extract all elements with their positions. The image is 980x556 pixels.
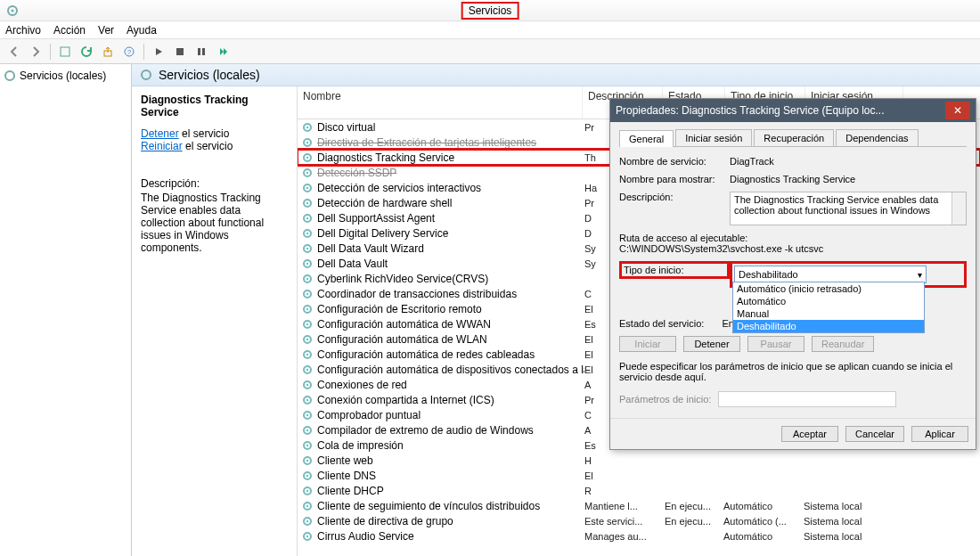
gear-icon: [301, 394, 314, 406]
export-icon[interactable]: [99, 43, 117, 61]
start-type-dropdown[interactable]: Automático (inicio retrasado) Automático…: [732, 282, 925, 333]
gear-icon: [301, 182, 314, 194]
refresh-icon[interactable]: [78, 43, 95, 61]
svg-point-1: [12, 9, 14, 12]
menu-action[interactable]: Acción: [53, 24, 86, 37]
gear-icon: [301, 227, 314, 240]
col-name[interactable]: Nombre: [298, 86, 583, 119]
svg-point-14: [306, 141, 308, 143]
service-name: Detección de hardware shell: [317, 197, 584, 209]
svg-point-60: [306, 489, 308, 491]
menu-file[interactable]: Archivo: [5, 24, 41, 37]
start-type-label: Tipo de inicio:: [619, 261, 730, 279]
btn-ok[interactable]: Aceptar: [781, 426, 838, 442]
service-name: Diagnostics Tracking Service: [317, 151, 584, 164]
service-name: Cliente de directiva de grupo: [317, 515, 584, 527]
gear-icon: [301, 151, 314, 164]
gear-icon: [301, 136, 314, 149]
gear-icon: [301, 424, 314, 437]
svg-point-42: [306, 353, 308, 355]
gear-icon: [301, 439, 314, 452]
service-name: Dell SupportAssist Agent: [317, 212, 584, 225]
service-row[interactable]: Cliente webH: [298, 453, 980, 468]
desc-scrollbar[interactable]: [951, 192, 966, 225]
panel-desc: The Diagnostics Tracking Service enables…: [141, 192, 288, 254]
opt-auto-delayed[interactable]: Automático (inicio retrasado): [733, 282, 924, 295]
restart-icon[interactable]: [214, 43, 232, 61]
service-name: Directiva de Extracción de tarjetas inte…: [317, 136, 584, 149]
tab-recovery[interactable]: Recuperación: [754, 129, 834, 146]
service-name: Configuración de Escritorio remoto: [317, 303, 584, 315]
service-row[interactable]: Cliente DHCPR: [298, 483, 980, 498]
svg-point-22: [306, 201, 308, 203]
svg-point-40: [306, 338, 308, 339]
opt-manual[interactable]: Manual: [733, 307, 924, 320]
svc-name-label: Nombre de servicio:: [619, 156, 730, 167]
service-row[interactable]: Cliente de directiva de grupoEste servic…: [298, 513, 980, 528]
btn-start[interactable]: Iniciar: [619, 336, 676, 352]
svg-point-9: [5, 71, 14, 80]
btn-pause[interactable]: Pausar: [747, 336, 804, 352]
service-name: Conexión compartida a Internet (ICS): [317, 394, 584, 406]
menu-view[interactable]: Ver: [98, 24, 114, 37]
svg-point-30: [306, 262, 308, 264]
close-icon[interactable]: ✕: [945, 102, 970, 119]
btn-stop[interactable]: Detener: [683, 336, 740, 352]
svg-point-26: [306, 232, 308, 233]
help-icon[interactable]: ?: [120, 43, 138, 61]
state-label: Estado del servicio:: [619, 318, 704, 329]
window-titlebar: Servicios: [0, 0, 980, 21]
forward-icon[interactable]: [27, 43, 45, 61]
service-name: Cliente DNS: [317, 470, 584, 482]
svg-text:?: ?: [127, 48, 132, 56]
service-row[interactable]: Cirrus Audio ServiceManages au...Automát…: [298, 528, 980, 544]
service-name: Cliente DHCP: [317, 485, 584, 497]
window-title: Servicios: [461, 2, 519, 20]
start-type-select[interactable]: Deshabilitado ▾: [734, 266, 927, 283]
center-title: Servicios (locales): [159, 68, 260, 82]
opt-auto[interactable]: Automático: [733, 295, 924, 307]
gear-icon: [301, 288, 314, 300]
svg-rect-2: [61, 47, 69, 56]
pause-icon[interactable]: [192, 43, 210, 61]
tab-deps[interactable]: Dependencias: [836, 129, 918, 146]
toolbar-sep: [50, 44, 51, 60]
tree-root[interactable]: Servicios (locales): [4, 68, 127, 84]
gear-icon: [301, 485, 314, 497]
svg-point-54: [306, 444, 308, 446]
center-header: Servicios (locales): [132, 64, 980, 86]
service-name: Cyberlink RichVideo Service(CRVS): [317, 273, 584, 285]
service-name: Disco virtual: [317, 121, 584, 134]
service-name: Cliente de seguimiento de vínculos distr…: [317, 500, 584, 512]
menu-help[interactable]: Ayuda: [127, 24, 157, 37]
service-name: Dell Digital Delivery Service: [317, 227, 584, 240]
svg-point-66: [306, 535, 308, 536]
service-name: Detección SSDP: [317, 167, 584, 179]
toolbar: ?: [0, 39, 980, 64]
restart-link[interactable]: Reiniciar: [141, 140, 183, 152]
service-row[interactable]: Cliente DNSEl: [298, 468, 980, 483]
service-name: Configuración automática de WLAN: [317, 333, 584, 346]
gear-icon: [301, 348, 314, 361]
dialog-title: Propiedades: Diagnostics Tracking Servic…: [616, 104, 945, 117]
btn-resume[interactable]: Reanudar: [812, 336, 874, 352]
tab-general[interactable]: General: [619, 130, 674, 147]
stop-icon[interactable]: [171, 43, 189, 61]
svg-point-58: [306, 474, 308, 476]
btn-cancel[interactable]: Cancelar: [845, 426, 904, 442]
play-icon[interactable]: [150, 43, 167, 61]
display-name-label: Nombre para mostrar:: [619, 174, 730, 184]
svg-point-32: [306, 277, 308, 279]
path-label: Ruta de acceso al ejecutable:: [619, 233, 967, 243]
tab-logon[interactable]: Iniciar sesión: [675, 129, 752, 146]
back-icon[interactable]: [5, 43, 23, 61]
btn-apply[interactable]: Aplicar: [911, 426, 968, 442]
dialog-titlebar[interactable]: Propiedades: Diagnostics Tracking Servic…: [610, 99, 976, 122]
service-row[interactable]: Cliente de seguimiento de vínculos distr…: [298, 498, 980, 513]
dialog-tabs: General Iniciar sesión Recuperación Depe…: [619, 129, 967, 147]
opt-disabled[interactable]: Deshabilitado: [733, 320, 924, 332]
properties-icon[interactable]: [56, 43, 74, 61]
params-input[interactable]: [718, 391, 896, 407]
stop-link[interactable]: Detener: [141, 127, 179, 140]
svg-point-38: [306, 323, 308, 324]
